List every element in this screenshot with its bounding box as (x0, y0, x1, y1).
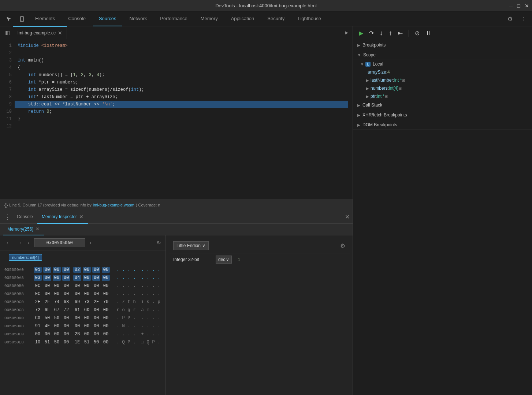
nav-fwd-button[interactable]: → (15, 239, 23, 246)
int-format-select[interactable]: dec ∨ (216, 256, 232, 264)
hex-byte[interactable]: 03 (34, 275, 42, 281)
hex-byte[interactable]: 00 (43, 283, 51, 289)
hex-byte[interactable]: 00 (83, 323, 91, 329)
hex-byte[interactable]: 00 (102, 267, 110, 273)
hex-byte[interactable]: 2F (43, 299, 51, 305)
hex-byte[interactable]: 00 (43, 275, 51, 281)
hex-byte[interactable]: 04 (73, 275, 81, 281)
hex-byte[interactable]: 02 (73, 267, 81, 273)
hex-byte[interactable]: 91 (34, 323, 42, 329)
pause-on-exceptions-button[interactable]: ⏸ (424, 29, 433, 37)
hex-byte[interactable]: 50 (53, 339, 61, 345)
hex-byte[interactable]: 2E (92, 299, 100, 305)
hex-byte[interactable]: 00 (83, 315, 91, 321)
more-tabs-icon[interactable]: ⋮ (3, 213, 12, 221)
close-button[interactable]: ✕ (525, 3, 529, 9)
mobile-icon[interactable] (16, 13, 28, 25)
tab-lighthouse[interactable]: Lighthouse (292, 12, 327, 26)
callstack-header[interactable]: ▶ Call Stack (353, 100, 532, 110)
scope-header[interactable]: ▼ Scope (353, 50, 532, 60)
step-out-button[interactable]: ↑ (387, 29, 394, 38)
tab-console[interactable]: Console (62, 12, 92, 26)
hex-byte[interactable]: 00 (83, 275, 91, 281)
hex-byte[interactable]: 00 (53, 291, 61, 297)
hex-byte[interactable]: 00 (102, 323, 110, 329)
hex-byte[interactable]: 00 (53, 275, 61, 281)
hex-byte[interactable]: 72 (62, 307, 70, 313)
hex-byte[interactable]: 00 (73, 283, 81, 289)
hex-byte[interactable]: 00 (83, 267, 91, 273)
xhr-header[interactable]: ▶ XHR/fetch Breakpoints (353, 110, 532, 120)
breakpoints-header[interactable]: ▶ Breakpoints (353, 40, 532, 50)
hex-byte[interactable]: 00 (92, 283, 100, 289)
hex-byte[interactable]: 50 (43, 315, 51, 321)
dom-breakpoints-header[interactable]: ▶ DOM Breakpoints (353, 120, 532, 130)
hex-byte[interactable]: 68 (62, 299, 70, 305)
scope-ptr[interactable]: ▶ ptr : int * ⊞ (353, 92, 532, 100)
hex-byte[interactable]: 00 (53, 323, 61, 329)
minimize-button[interactable]: ─ (509, 3, 513, 9)
hex-byte[interactable]: 51 (43, 339, 51, 345)
hex-byte[interactable]: 00 (102, 339, 110, 345)
hex-byte[interactable]: 00 (73, 291, 81, 297)
hex-byte[interactable]: 2B (73, 331, 81, 337)
step-back-button[interactable]: ⇤ (397, 29, 404, 37)
tab-elements[interactable]: Elements (29, 12, 61, 26)
editor-scrollbar[interactable] (348, 39, 353, 199)
memory-inspector-close[interactable]: ✕ (79, 214, 83, 220)
tab-application[interactable]: Application (225, 12, 260, 26)
hex-byte[interactable]: 00 (102, 283, 110, 289)
hex-byte[interactable]: 00 (102, 331, 110, 337)
resume-button[interactable]: ▶ (357, 29, 365, 37)
panel-toggle-icon[interactable]: ◧ (1, 27, 13, 38)
wasm-link[interactable]: lmi-bug-example.wasm (93, 203, 134, 207)
tab-sources[interactable]: Sources (93, 12, 122, 26)
next-address-button[interactable]: › (88, 239, 93, 246)
hex-byte[interactable]: 00 (62, 323, 70, 329)
tab-security[interactable]: Security (261, 12, 290, 26)
hex-byte[interactable]: 00 (53, 267, 61, 273)
hex-byte[interactable]: 00 (92, 291, 100, 297)
memory-subtab-256[interactable]: Memory(256) ✕ (3, 224, 44, 235)
hex-byte[interactable]: 00 (102, 275, 110, 281)
settings-icon[interactable]: ⚙ (504, 13, 516, 25)
hex-byte[interactable]: 00 (34, 331, 42, 337)
source-file-tab[interactable]: lmi-bug-example.cc ✕ (13, 26, 67, 39)
hex-byte[interactable]: 01 (34, 267, 42, 273)
hex-byte[interactable]: 00 (102, 315, 110, 321)
scope-lastnumber[interactable]: ▶ lastNumber : int * ⊞ (353, 76, 532, 84)
more-options-icon[interactable]: ⋮ (517, 13, 529, 25)
hex-byte[interactable]: C0 (34, 315, 42, 321)
interpretation-settings-button[interactable]: ⚙ (340, 242, 345, 249)
hex-byte[interactable]: 00 (62, 283, 70, 289)
scope-numbers[interactable]: ▶ numbers : int[4] ⊞ (353, 84, 532, 92)
hex-byte[interactable]: 1E (73, 339, 81, 345)
hex-byte[interactable]: 0C (34, 291, 42, 297)
hex-byte[interactable]: 2E (34, 299, 42, 305)
hex-byte[interactable]: 00 (53, 283, 61, 289)
tab-network[interactable]: Network (124, 12, 153, 26)
refresh-button[interactable]: ↻ (157, 240, 161, 246)
hex-byte[interactable]: 4E (43, 323, 51, 329)
hex-byte[interactable]: 00 (62, 267, 70, 273)
hex-byte[interactable]: 10 (34, 339, 42, 345)
nav-back-button[interactable]: ← (4, 239, 12, 246)
hex-byte[interactable]: 73 (83, 299, 91, 305)
hex-byte[interactable]: 00 (102, 307, 110, 313)
hex-byte[interactable]: 00 (83, 291, 91, 297)
hex-byte[interactable]: 67 (53, 307, 61, 313)
hex-byte[interactable]: 00 (53, 331, 61, 337)
step-into-button[interactable]: ↓ (378, 29, 384, 38)
hex-byte[interactable]: 00 (43, 331, 51, 337)
hex-byte[interactable]: 74 (53, 299, 61, 305)
hex-byte[interactable]: 00 (92, 267, 100, 273)
hex-byte[interactable]: 70 (102, 299, 110, 305)
prev-address-button[interactable]: ‹ (26, 239, 31, 246)
hex-byte[interactable]: 69 (73, 299, 81, 305)
hex-byte[interactable]: 00 (62, 291, 70, 297)
tab-performance[interactable]: Performance (154, 12, 193, 26)
tab-memory-inspector[interactable]: Memory Inspector ✕ (37, 210, 88, 224)
hex-byte[interactable]: 6D (83, 307, 91, 313)
memory-subtab-close[interactable]: ✕ (36, 226, 40, 232)
hex-byte[interactable]: 00 (43, 291, 51, 297)
